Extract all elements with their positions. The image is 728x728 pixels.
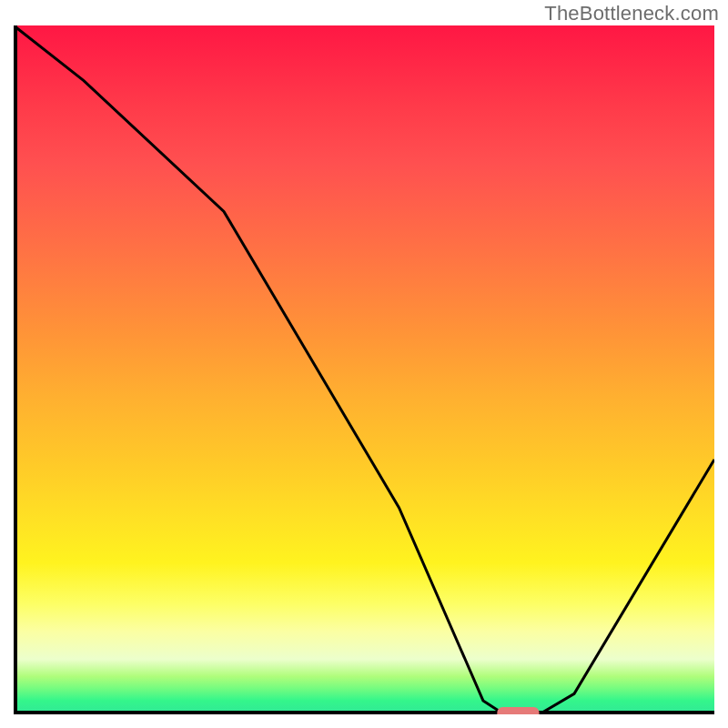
optimum-marker — [497, 707, 539, 714]
chart-container: TheBottleneck.com — [0, 0, 728, 728]
plot-area — [14, 25, 714, 714]
bottleneck-curve — [14, 25, 714, 714]
watermark-text: TheBottleneck.com — [544, 2, 719, 25]
plot-svg — [14, 25, 714, 714]
axes-line — [15, 25, 714, 713]
